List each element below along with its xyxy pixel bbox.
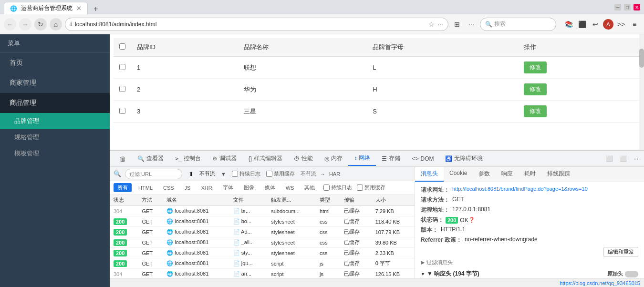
filter-url-input[interactable] bbox=[125, 169, 182, 179]
disable-cache-checkbox-2[interactable] bbox=[357, 184, 363, 191]
filter-media[interactable]: 媒体 bbox=[261, 183, 279, 192]
row-checkbox-cell[interactable] bbox=[114, 57, 131, 79]
sidebar-item-home[interactable]: 首页 bbox=[0, 53, 110, 73]
reload-button[interactable]: ↻ bbox=[34, 18, 47, 31]
active-tab[interactable]: 🌐 运营商后台管理系统 ✕ bbox=[4, 2, 88, 14]
devtools-tab-network[interactable]: ↕ 网络 bbox=[348, 151, 376, 166]
dropdown-icon[interactable]: ▼ bbox=[221, 171, 226, 177]
devtools-right-actions: ⬜ ⬜ ··· bbox=[604, 154, 640, 163]
devtools-tab-style-editor[interactable]: {} 样式编辑器 bbox=[242, 152, 288, 165]
detail-tab-params[interactable]: 参数 bbox=[473, 167, 496, 182]
network-row[interactable]: 304 GET 🌐 localhost:8081 📄 an... script … bbox=[110, 269, 415, 279]
network-row[interactable]: 200 GET 🌐 localhost:8081 📄 _all... style… bbox=[110, 237, 415, 248]
maximize-button[interactable]: □ bbox=[624, 4, 631, 10]
devtools-tab-storage[interactable]: ☰ 存储 bbox=[376, 152, 406, 165]
persist-log-checkbox-2[interactable] bbox=[323, 184, 330, 191]
net-type: js bbox=[316, 258, 340, 269]
profile-icon[interactable]: A bbox=[603, 19, 613, 30]
back-arrow-icon[interactable]: ↩ bbox=[590, 19, 601, 30]
row-checkbox[interactable] bbox=[119, 64, 125, 70]
detail-tab-response[interactable]: 响应 bbox=[496, 167, 519, 182]
disable-cache-checkbox[interactable] bbox=[266, 171, 272, 177]
scrollbar-thumb[interactable] bbox=[639, 49, 644, 68]
scrollbar-track[interactable] bbox=[639, 34, 644, 150]
close-button[interactable]: ✕ bbox=[634, 4, 640, 10]
chevron-right-icon[interactable]: >> bbox=[615, 19, 627, 30]
detail-tab-timing[interactable]: 耗时 bbox=[519, 167, 541, 182]
overflow-icon[interactable]: ··· bbox=[466, 19, 477, 30]
detail-tab-headers[interactable]: 消息头 bbox=[415, 167, 444, 182]
devtools-dock-right-btn[interactable]: ⬜ bbox=[618, 154, 629, 163]
edit-button[interactable]: 修改 bbox=[524, 105, 547, 117]
filter-ws[interactable]: WS bbox=[282, 184, 298, 192]
status-help-icon[interactable]: ❓ bbox=[468, 217, 475, 223]
filter-headers-section[interactable]: ▶ 过滤消息头 bbox=[421, 259, 638, 266]
filter-font[interactable]: 字体 bbox=[219, 183, 237, 192]
devtools-tab-performance[interactable]: ⏱ 性能 bbox=[288, 152, 319, 165]
filter-image[interactable]: 图像 bbox=[240, 183, 258, 192]
table-header-checkbox[interactable] bbox=[114, 38, 131, 57]
row-checkbox[interactable] bbox=[119, 108, 125, 114]
row-checkbox-cell[interactable] bbox=[114, 79, 131, 101]
raw-toggle-switch[interactable] bbox=[625, 271, 638, 277]
network-row[interactable]: 304 GET 🌐 localhost:8081 📄 br... subdocu… bbox=[110, 206, 415, 216]
address-bar[interactable]: ℹ localhost:8081/admin/index.html ☆ ··· bbox=[65, 18, 448, 31]
sidebar-toggle-icon[interactable]: ⬛ bbox=[576, 19, 588, 30]
devtools-tab-memory[interactable]: ◎ 内存 bbox=[319, 152, 348, 165]
pause-icon[interactable]: ⏸ bbox=[188, 171, 194, 177]
hamburger-icon[interactable]: ≡ bbox=[629, 19, 640, 30]
devtools-tab-dom[interactable]: <> DOM bbox=[406, 153, 439, 165]
table-row[interactable]: 2 华为 H 修改 bbox=[114, 79, 640, 101]
network-row[interactable]: 200 GET 🌐 localhost:8081 📄 bo... stylesh… bbox=[110, 216, 415, 227]
new-tab-button[interactable]: + bbox=[90, 4, 102, 14]
sidebar-item-merchant[interactable]: 商家管理 bbox=[0, 73, 110, 93]
network-row[interactable]: 200 GET 🌐 localhost:8081 📄 sty... styles… bbox=[110, 248, 415, 258]
filter-html[interactable]: HTML bbox=[135, 184, 156, 192]
filter-other[interactable]: 其他 bbox=[301, 183, 319, 192]
accessibility-label: 无障碍环境 bbox=[454, 154, 483, 163]
row-checkbox-cell[interactable] bbox=[114, 101, 131, 123]
sidebar-sub-spec[interactable]: 规格管理 bbox=[0, 129, 110, 145]
memory-label: 内存 bbox=[331, 154, 343, 163]
persist-log-checkbox[interactable] bbox=[232, 171, 238, 177]
table-row[interactable]: 3 三星 S 修改 bbox=[114, 101, 640, 123]
row-checkbox[interactable] bbox=[119, 86, 125, 92]
sidebar-item-product[interactable]: 商品管理 bbox=[0, 93, 110, 113]
minimize-button[interactable]: ─ bbox=[614, 4, 621, 10]
devtools-tab-accessibility[interactable]: ♿ 无障碍环境 bbox=[439, 152, 488, 165]
extensions-icon[interactable]: ⊞ bbox=[451, 19, 463, 30]
tab-close-icon[interactable]: ✕ bbox=[76, 5, 82, 12]
net-transfer: 已缓存 bbox=[340, 206, 372, 216]
detail-tab-cookie[interactable]: Cookie bbox=[444, 167, 473, 182]
edit-resend-button[interactable]: 编辑和重发 bbox=[603, 247, 638, 257]
filter-css[interactable]: CSS bbox=[159, 184, 178, 192]
filter-xhr[interactable]: XHR bbox=[197, 184, 216, 192]
response-headers-title[interactable]: ▼ ▼ 响应头 (194 字节) 原始头 bbox=[421, 270, 638, 278]
bookmark-icon[interactable]: ☆ bbox=[428, 20, 435, 28]
library-icon[interactable]: 📚 bbox=[563, 19, 574, 30]
select-all-checkbox[interactable] bbox=[119, 43, 125, 50]
net-domain: 🌐 localhost:8081 bbox=[163, 227, 229, 237]
devtools-tab-console[interactable]: >_ 控制台 bbox=[169, 152, 207, 165]
sidebar-sub-template[interactable]: 模板管理 bbox=[0, 145, 110, 162]
more-icon[interactable]: ··· bbox=[437, 20, 443, 28]
edit-button[interactable]: 修改 bbox=[524, 83, 547, 95]
filter-all[interactable]: 所有 bbox=[114, 183, 132, 192]
edit-button[interactable]: 修改 bbox=[524, 62, 547, 73]
devtools-clear-btn[interactable]: 🗑 bbox=[114, 152, 132, 165]
forward-button[interactable]: → bbox=[19, 18, 31, 31]
detail-tab-stack[interactable]: 排线跟踪 bbox=[541, 167, 576, 182]
filter-js[interactable]: JS bbox=[181, 184, 195, 192]
devtools-more-btn[interactable]: ··· bbox=[632, 154, 640, 163]
devtools-tab-inspector[interactable]: 🔍 查看器 bbox=[132, 152, 169, 165]
devtools-dock-left-btn[interactable]: ⬜ bbox=[604, 154, 615, 163]
search-box[interactable]: 🔍 搜索 bbox=[480, 18, 556, 31]
back-button[interactable]: ← bbox=[4, 18, 16, 31]
table-row[interactable]: 1 联想 L 修改 bbox=[114, 57, 640, 79]
network-row[interactable]: 200 GET 🌐 localhost:8081 📄 jqu... script… bbox=[110, 258, 415, 269]
sidebar-sub-brand[interactable]: 品牌管理 bbox=[0, 113, 110, 129]
home-button[interactable]: ⌂ bbox=[50, 18, 62, 31]
persist-log-2-label: 持续日志 bbox=[331, 184, 352, 191]
devtools-tab-debugger[interactable]: ⚙ 调试器 bbox=[207, 152, 242, 165]
network-row[interactable]: 200 GET 🌐 localhost:8081 📄 Ad... stylesh… bbox=[110, 227, 415, 237]
